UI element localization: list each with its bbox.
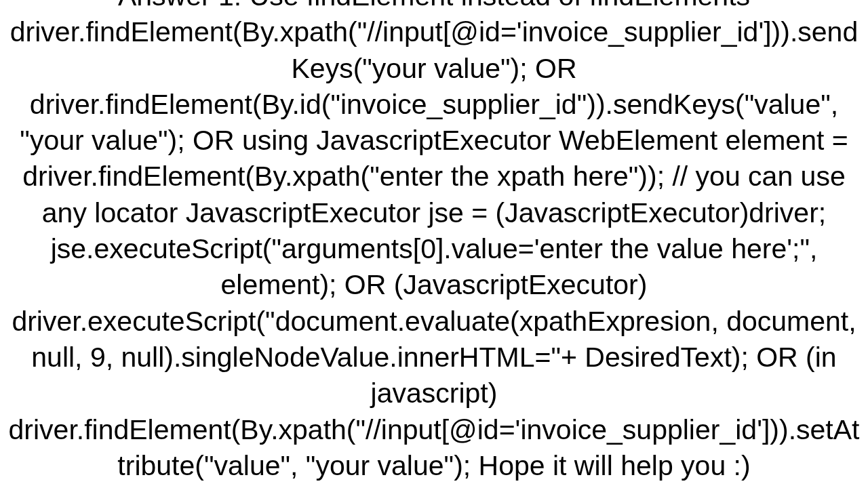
answer-text-block: Answer 1: Use findElement instead of fin… [0,0,868,484]
